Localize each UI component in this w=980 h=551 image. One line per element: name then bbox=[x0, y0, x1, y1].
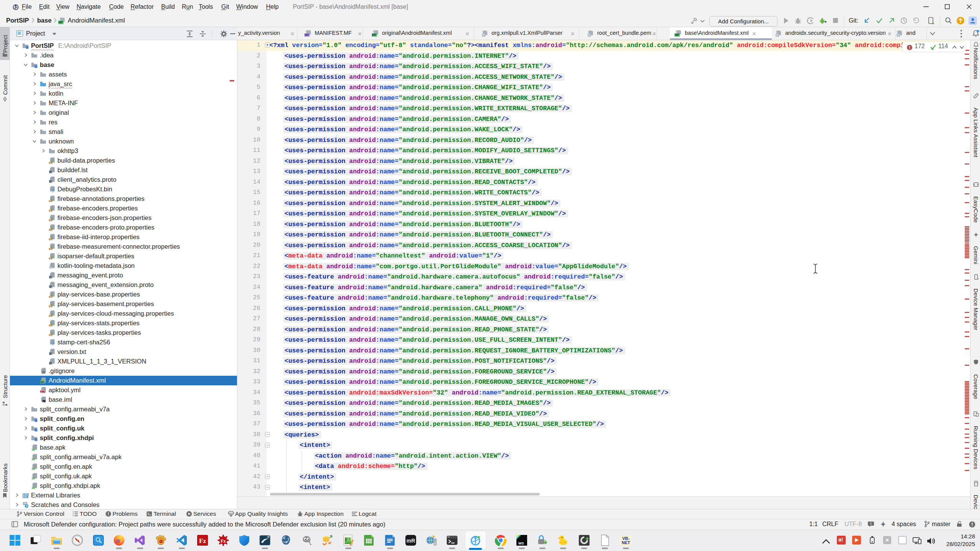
svg-text:YML: YML bbox=[40, 390, 46, 393]
svg-text:WS: WS bbox=[518, 541, 524, 545]
svg-text:MF: MF bbox=[305, 33, 309, 37]
svg-text:mR: mR bbox=[407, 538, 415, 544]
svg-text:Fz: Fz bbox=[199, 537, 206, 544]
svg-text:?: ? bbox=[51, 188, 54, 192]
svg-text:MF: MF bbox=[40, 380, 44, 384]
svg-text:Fz: Fz bbox=[220, 538, 226, 544]
svg-text:MF: MF bbox=[59, 20, 63, 24]
svg-text:VB-: VB- bbox=[622, 536, 630, 541]
svg-text:MF: MF bbox=[675, 33, 679, 37]
svg-text:NET: NET bbox=[622, 540, 630, 545]
svg-text:?: ? bbox=[51, 341, 54, 346]
svg-text:MF: MF bbox=[372, 33, 377, 37]
